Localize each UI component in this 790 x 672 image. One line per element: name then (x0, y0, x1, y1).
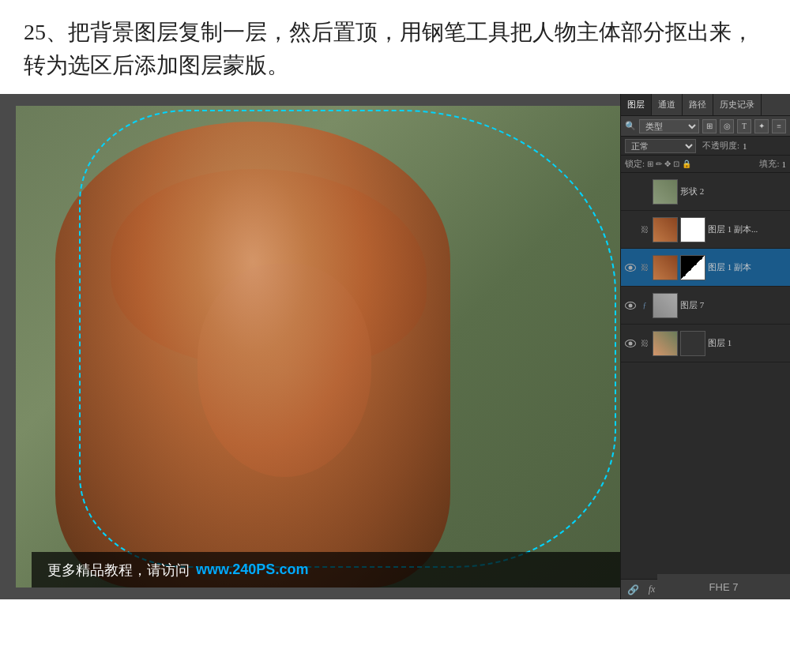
filter-icon-4[interactable]: ✦ (754, 119, 769, 133)
layer-name-shape2: 形状 2 (680, 186, 787, 197)
thumb-layer1copy (653, 255, 678, 280)
lock-all-icon[interactable]: 🔒 (682, 160, 691, 168)
search-icon: 🔍 (625, 121, 636, 131)
layer-item-layer1[interactable]: ⛓ 图层 1 (621, 325, 790, 362)
layer-item-layer1copy[interactable]: ⛓ 图层 1 副本 (621, 249, 790, 287)
lock-checkered-icon[interactable]: ⊞ (647, 160, 653, 168)
link-layer7: ƒ (639, 300, 650, 311)
filter-icon-5[interactable]: ≡ (772, 119, 786, 133)
bottom-right-label: FHE 7 (657, 574, 790, 599)
panel-search-row: 🔍 类型 ⊞ ◎ T ✦ ≡ (621, 116, 790, 137)
chain-icon-layer1: ⛓ (641, 339, 649, 347)
blend-mode-dropdown[interactable]: 正常 (625, 139, 696, 153)
thumb-shape2 (653, 179, 678, 205)
visibility-layer1copy2[interactable] (624, 223, 637, 236)
lock-brush-icon[interactable]: ✏ (656, 160, 662, 168)
mask-thumb-layer1copy2 (680, 217, 705, 242)
layers-list: 形状 2 ⛓ 图层 1 副本... (621, 173, 790, 579)
visibility-layer7[interactable] (624, 299, 637, 312)
lock-move-icon[interactable]: ✥ (664, 160, 671, 168)
chain-icon-layer7: ƒ (643, 301, 647, 310)
thumb-layer7 (653, 293, 678, 318)
opacity-label: 不透明度: (702, 140, 739, 152)
tab-layers[interactable]: 图层 (621, 94, 652, 115)
layer-item-layer7[interactable]: ƒ 图层 7 (621, 287, 790, 325)
visibility-shape2[interactable] (624, 186, 637, 198)
photo-content (16, 106, 640, 588)
link-layers-button[interactable]: 🔗 (624, 582, 641, 598)
layer-item-layer1copy2[interactable]: ⛓ 图层 1 副本... (621, 211, 790, 249)
layer-name-layer1: 图层 1 (708, 337, 787, 349)
opacity-value: 1 (743, 141, 747, 151)
layer-name-layer7: 图层 7 (680, 299, 787, 311)
main-canvas-area: 更多精品教程，请访问 www.240PS.com 图层 通道 路径 历史记录 🔍 (0, 94, 790, 599)
watermark-url: www.240PS.com (196, 561, 308, 578)
watermark-bar: 更多精品教程，请访问 www.240PS.com (32, 552, 640, 588)
lock-label: 锁定: (625, 158, 645, 170)
lock-artboard-icon[interactable]: ⊡ (673, 160, 679, 168)
person-shape (55, 122, 450, 588)
instruction-area: 25、把背景图层复制一层，然后置顶，用钢笔工具把人物主体部分抠出来，转为选区后添… (0, 0, 790, 94)
visibility-layer1[interactable] (624, 337, 637, 350)
filter-type-dropdown[interactable]: 类型 (639, 119, 699, 133)
panel-tabs: 图层 通道 路径 历史记录 (621, 94, 790, 116)
link-shape2 (639, 186, 650, 197)
layer-item-shape2[interactable]: 形状 2 (621, 173, 790, 211)
fill-label: 填充: (759, 158, 779, 170)
photo-frame: 更多精品教程，请访问 www.240PS.com (16, 106, 640, 588)
filter-icon-3[interactable]: T (737, 119, 751, 133)
eye-icon-layer1copy (625, 264, 636, 272)
tab-history[interactable]: 历史记录 (713, 94, 762, 115)
instruction-text: 25、把背景图层复制一层，然后置顶，用钢笔工具把人物主体部分抠出来，转为选区后添… (24, 16, 766, 82)
thumb-layer1copy2 (653, 217, 678, 242)
filter-icon-2[interactable]: ◎ (720, 119, 734, 133)
visibility-layer1copy[interactable] (624, 261, 637, 274)
blend-mode-row: 正常 不透明度: 1 (621, 137, 790, 156)
lock-row: 锁定: ⊞ ✏ ✥ ⊡ 🔒 填充: 1 (621, 156, 790, 173)
layer-name-layer1copy2: 图层 1 副本... (708, 223, 787, 235)
layer-name-layer1copy: 图层 1 副本 (708, 261, 787, 273)
chain-icon-layer1copy: ⛓ (641, 263, 649, 272)
mask-thumb-layer1 (680, 331, 705, 356)
eye-icon-layer7 (625, 302, 636, 310)
thumb-layer1 (653, 331, 678, 356)
eye-icon-layer1 (625, 340, 636, 347)
link-layer1: ⛓ (639, 338, 650, 349)
tab-channels[interactable]: 通道 (652, 94, 683, 115)
link-layer1copy: ⛓ (639, 262, 650, 273)
mask-thumb-layer1copy (680, 255, 705, 280)
fill-value: 1 (782, 160, 787, 169)
link-layer1copy2: ⛓ (639, 224, 650, 235)
tab-paths[interactable]: 路径 (683, 94, 713, 115)
chain-icon-layer1copy2: ⛓ (641, 225, 649, 234)
watermark-cn-text: 更多精品教程，请访问 (47, 561, 190, 580)
filter-icon-1[interactable]: ⊞ (702, 119, 717, 133)
layers-panel: 图层 通道 路径 历史记录 🔍 类型 ⊞ ◎ T ✦ ≡ (620, 94, 790, 599)
